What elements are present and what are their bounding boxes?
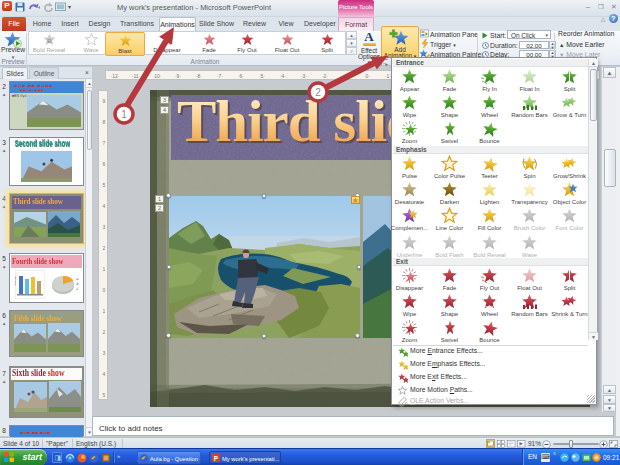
svg-text:1: 1 (121, 109, 127, 120)
svg-text:2: 2 (315, 87, 321, 98)
